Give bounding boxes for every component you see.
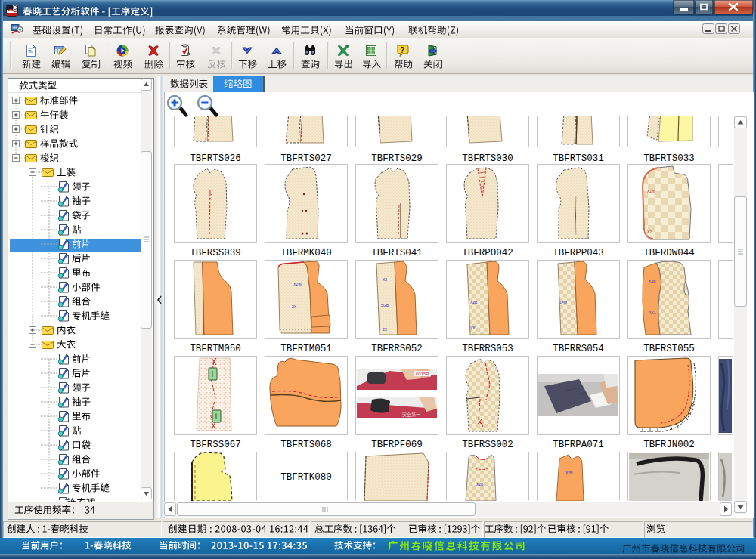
svg-text:TBFRPF069: TBFRPF069: [371, 440, 423, 450]
svg-text:TBFRTS027: TBFRTS027: [280, 153, 332, 164]
svg-text:TBFRSS067: TBFRSS067: [190, 440, 241, 450]
svg-text:YX: YX: [470, 326, 476, 330]
svg-text:TBFRST055: TBFRST055: [643, 344, 695, 354]
svg-text:TBFRSS002: TBFRSS002: [462, 440, 513, 450]
svg-text:X2: X2: [647, 230, 652, 234]
svg-text:TBFRDW044: TBFRDW044: [643, 248, 695, 258]
svg-text:TBFRTS041: TBFRTS041: [371, 248, 423, 258]
svg-text:X2B: X2B: [649, 279, 656, 283]
svg-text:TBFRSS039: TBFRSS039: [190, 248, 241, 258]
svg-text:TBFRJN002: TBFRJN002: [643, 440, 695, 450]
svg-text:TBFRPA071: TBFRPA071: [553, 440, 604, 450]
svg-text:TBFRRS053: TBFRRS053: [462, 344, 513, 354]
svg-text:TBFRPO042: TBFRPO042: [462, 248, 513, 258]
svg-text:TBFRRS054: TBFRRS054: [553, 344, 604, 354]
svg-text:TBFRMK040: TBFRMK040: [280, 248, 332, 258]
svg-text:TBFRPP043: TBFRPP043: [553, 248, 604, 258]
svg-text:TBFRTK080: TBFRTK080: [280, 472, 332, 483]
svg-text:TBFRRS052: TBFRRS052: [371, 344, 423, 354]
svg-text:TBFRTS026: TBFRTS026: [190, 153, 241, 164]
svg-text:6015R: 6015R: [416, 372, 429, 376]
svg-text:AX1: AX1: [649, 310, 656, 315]
svg-text:2X: 2X: [292, 304, 297, 309]
svg-text:X2带: X2带: [647, 189, 655, 193]
svg-text:2X: 2X: [383, 327, 388, 332]
svg-text:X2B: X2B: [476, 482, 484, 486]
svg-text:TBFRTS033: TBFRTS033: [643, 153, 695, 164]
svg-text:?: ?: [400, 46, 404, 54]
svg-text:TBFRTS031: TBFRTS031: [553, 153, 604, 164]
svg-text:TBFRTS029: TBFRTS029: [371, 153, 423, 164]
svg-text:安全第一: 安全第一: [402, 412, 420, 417]
svg-text:TBFRTS068: TBFRTS068: [280, 440, 332, 450]
svg-text:X2: X2: [383, 277, 387, 282]
svg-text:X2B: X2B: [470, 300, 478, 304]
svg-text:5GB: 5GB: [381, 303, 389, 307]
svg-text:X2B: X2B: [565, 471, 573, 475]
svg-text:TBFRTS030: TBFRTS030: [462, 153, 513, 164]
svg-text:X2布: X2布: [293, 282, 302, 286]
svg-text:TBFRTM051: TBFRTM051: [280, 344, 332, 354]
svg-text:TBFRTM050: TBFRTM050: [190, 344, 241, 354]
svg-text:1=M: 1=M: [559, 300, 567, 304]
